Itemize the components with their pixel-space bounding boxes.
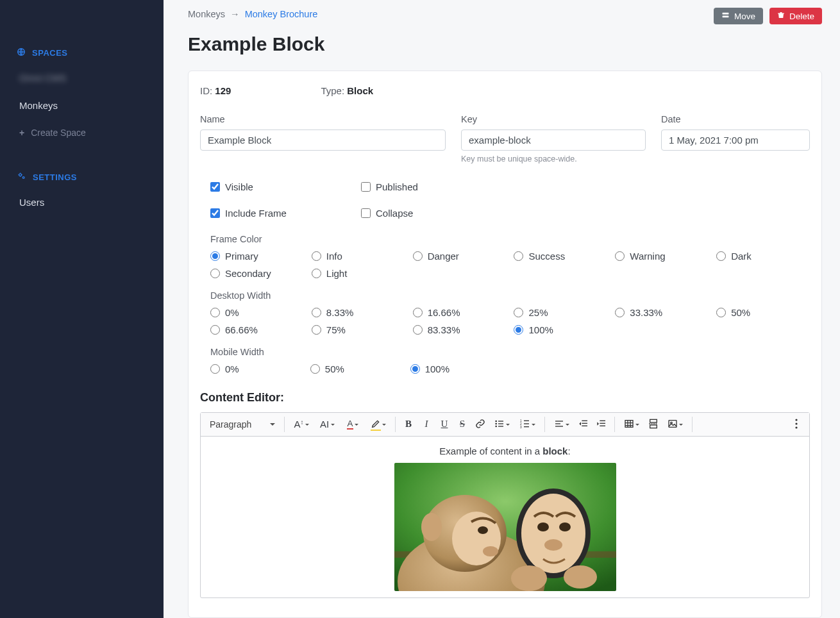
move-button[interactable]: Move: [714, 8, 763, 24]
svg-rect-21: [582, 422, 587, 423]
sidebar-item-users[interactable]: Users: [0, 190, 164, 214]
desktop-width-8[interactable]: 8.33%: [312, 307, 405, 318]
sidebar-item-blurred[interactable]: Omni CMS: [0, 66, 164, 90]
sidebar-item-monkeys[interactable]: Monkeys: [0, 94, 164, 117]
svg-point-2: [22, 177, 24, 179]
svg-rect-16: [524, 426, 529, 427]
svg-rect-3: [723, 13, 729, 15]
name-label: Name: [200, 114, 446, 124]
pagebreak-button[interactable]: [644, 415, 662, 433]
frame-color-light[interactable]: Light: [312, 268, 405, 279]
frame-color-secondary[interactable]: Secondary: [210, 268, 304, 279]
meta-id: ID: 129: [200, 85, 231, 96]
mobile-width-50[interactable]: 50%: [310, 363, 410, 374]
paragraph-style-select[interactable]: Paragraph: [205, 415, 280, 433]
desktop-width-16[interactable]: 16.66%: [413, 307, 507, 318]
strikethrough-button[interactable]: S: [453, 415, 471, 433]
include-frame-checkbox[interactable]: Include Frame: [210, 208, 287, 219]
align-icon: [554, 419, 564, 431]
separator-icon: [395, 417, 396, 432]
delete-button[interactable]: Delete: [769, 8, 822, 24]
desktop-width-33[interactable]: 33.33%: [615, 307, 709, 318]
frame-color-success[interactable]: Success: [514, 251, 607, 262]
numbered-list-button[interactable]: 123: [515, 415, 541, 433]
key-input[interactable]: [461, 129, 646, 151]
sidebar-spaces-header: SPACES: [0, 40, 164, 66]
desktop-width-0[interactable]: 0%: [210, 307, 304, 318]
link-button[interactable]: [471, 415, 489, 433]
published-checkbox[interactable]: Published: [361, 181, 438, 192]
svg-rect-8: [498, 421, 503, 421]
svg-point-32: [795, 422, 797, 424]
separator-icon: [544, 417, 545, 432]
desktop-width-75[interactable]: 75%: [312, 324, 405, 335]
desktop-width-label: Desktop Width: [210, 290, 810, 301]
date-input[interactable]: [661, 129, 810, 151]
underline-icon: U: [439, 419, 449, 430]
svg-rect-22: [582, 425, 587, 426]
svg-point-45: [559, 522, 571, 531]
svg-rect-14: [524, 420, 529, 421]
font-family-button[interactable]: AI: [314, 415, 340, 433]
globe-icon: [17, 47, 26, 58]
image-button[interactable]: [662, 415, 688, 433]
breadcrumb-current[interactable]: Monkey Brochure: [245, 9, 318, 19]
frame-color-label: Frame Color: [210, 234, 810, 244]
mobile-width-0[interactable]: 0%: [210, 363, 310, 374]
move-icon: [721, 11, 730, 21]
bullet-list-button[interactable]: [489, 415, 515, 433]
table-button[interactable]: [619, 415, 644, 433]
svg-rect-27: [650, 419, 657, 422]
frame-color-danger[interactable]: Danger: [413, 251, 507, 262]
more-button[interactable]: [787, 415, 805, 433]
breadcrumb: Monkeys → Monkey Brochure: [188, 8, 317, 19]
frame-color-info[interactable]: Info: [312, 251, 405, 262]
bold-button[interactable]: B: [399, 415, 417, 433]
align-button[interactable]: [549, 415, 575, 433]
underline-button[interactable]: U: [435, 415, 453, 433]
svg-rect-10: [498, 426, 503, 426]
collapse-checkbox[interactable]: Collapse: [361, 208, 438, 219]
editor-body[interactable]: Example of content in a block:: [201, 437, 809, 597]
editor-sample-image[interactable]: [394, 463, 616, 591]
more-icon: [791, 419, 802, 431]
svg-rect-25: [600, 425, 605, 426]
cogs-icon: [17, 171, 26, 183]
breadcrumb-root[interactable]: Monkeys: [188, 9, 225, 19]
frame-color-dark[interactable]: Dark: [716, 251, 810, 262]
text-color-button[interactable]: A: [340, 415, 365, 433]
italic-button[interactable]: I: [417, 415, 435, 433]
indent-button[interactable]: [592, 415, 610, 433]
frame-color-warning[interactable]: Warning: [615, 251, 709, 262]
name-input[interactable]: [200, 129, 446, 151]
pagebreak-icon: [648, 419, 659, 431]
svg-rect-18: [555, 423, 560, 424]
svg-rect-15: [524, 423, 529, 424]
svg-rect-19: [555, 426, 563, 426]
svg-point-31: [795, 419, 797, 421]
highlight-button[interactable]: [365, 415, 391, 433]
sidebar-settings-header: SETTINGS: [0, 163, 164, 190]
visible-checkbox[interactable]: Visible: [210, 181, 287, 192]
font-size-button[interactable]: A↕: [289, 415, 314, 433]
desktop-width-100[interactable]: 100%: [514, 324, 607, 335]
mobile-width-100[interactable]: 100%: [410, 363, 510, 374]
indent-icon: [596, 419, 607, 431]
svg-point-43: [521, 494, 585, 573]
svg-point-33: [795, 426, 797, 428]
desktop-width-66[interactable]: 66.66%: [210, 324, 304, 335]
svg-rect-17: [555, 421, 563, 421]
svg-rect-9: [498, 423, 503, 424]
image-icon: [668, 419, 678, 431]
svg-rect-24: [600, 422, 605, 423]
sidebar-item-create-space[interactable]: Create Space: [0, 121, 164, 144]
textcolor-icon: A: [347, 419, 354, 429]
desktop-width-83[interactable]: 83.33%: [413, 324, 507, 335]
desktop-width-25[interactable]: 25%: [514, 307, 607, 318]
frame-color-primary[interactable]: Primary: [210, 251, 304, 262]
desktop-width-50[interactable]: 50%: [716, 307, 810, 318]
plus-icon: [19, 128, 24, 138]
svg-point-46: [544, 539, 562, 551]
svg-point-6: [495, 422, 497, 424]
outdent-button[interactable]: [575, 415, 592, 433]
